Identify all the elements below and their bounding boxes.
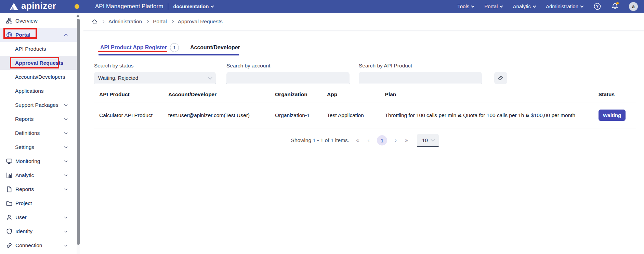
chevron-down-icon [211,4,214,8]
breadcrumb-item-portal[interactable]: Portal [153,18,167,25]
sidebar-item-label: Analytic [15,172,34,178]
tab-account-developer[interactable]: Account/Developer [190,45,240,51]
sidebar-item-monitoring[interactable]: Monitoring [0,154,77,168]
sidebar-item-approval-requests[interactable]: Approval Requests [0,56,77,70]
sidebar-item-reports-portal[interactable]: Reports [0,112,77,126]
svg-text:?: ? [596,4,598,9]
next-page-button[interactable]: › [393,137,398,144]
filter-row: Search by status Waiting, Rejected Searc… [94,63,636,84]
title-divider [168,3,168,10]
folder-icon [6,200,12,206]
breadcrumb-item-approval-requests[interactable]: Approval Requests [178,18,223,25]
notifications-bell-icon[interactable] [611,3,619,10]
sidebar-item-label: API Products [15,46,46,52]
top-navbar: apinizer API Management Platform documen… [0,0,644,13]
sidebar-toggle-dot[interactable] [75,4,79,9]
sidebar-item-api-products[interactable]: API Products [0,42,77,56]
tab-label: API Product App Register [100,45,167,51]
product-title: API Management Platform [95,3,163,10]
logo[interactable]: apinizer [0,1,74,11]
scrollbar-thumb[interactable] [77,19,80,245]
user-avatar[interactable]: a [629,2,638,11]
menu-analytic[interactable]: Analytic [513,3,536,9]
chevron-down-icon [533,4,536,8]
sidebar-item-support-packages[interactable]: Support Packages [0,98,77,112]
page-number-button[interactable]: 1 [377,135,387,145]
apinizer-logo-icon [10,3,18,10]
api-product-filter-label: Search by API Product [359,63,482,69]
column-header-account-developer: Account/Developer [168,87,275,102]
sidebar-item-label: Applications [15,88,44,94]
tab-count-badge: 1 [170,43,179,52]
breadcrumb-item-administration[interactable]: Administration [108,18,142,25]
menu-tools[interactable]: Tools [457,3,474,9]
status-badge: Waiting [599,110,626,121]
status-filter-select[interactable]: Waiting, Rejected [94,72,216,84]
table-row[interactable]: Calculator API Product test.user@apinize… [94,102,636,128]
column-header-status: Status [599,87,636,102]
chevron-down-icon [64,173,68,176]
pagination: Showing 1 - 1 of 1 items. « ‹ 1 › » 10 [94,134,636,147]
sidebar-item-accounts-developers[interactable]: Accounts/Developers [0,70,77,84]
breadcrumb-separator-icon [146,20,149,23]
scroll-up-arrow[interactable] [77,14,79,17]
chevron-down-icon [64,131,68,134]
bar-chart-icon [6,172,12,178]
sidebar-item-applications[interactable]: Applications [0,84,77,98]
chevron-down-icon [64,243,68,246]
approval-requests-table: API Product Account/Developer Organizati… [94,87,636,128]
previous-page-button[interactable]: ‹ [366,137,371,144]
breadcrumb: Administration Portal Approval Requests [83,13,644,31]
sidebar-item-connection[interactable]: Connection [0,238,77,252]
menu-portal[interactable]: Portal [484,3,502,9]
page-content: API Product App Register 1 Account/Devel… [83,31,644,254]
first-page-button[interactable]: « [355,137,360,144]
monitor-icon [6,158,12,164]
chevron-down-icon [64,187,68,190]
column-header-plan: Plan [385,87,599,102]
sidebar-item-portal[interactable]: Portal [0,28,77,42]
clear-filters-button[interactable] [494,72,507,84]
sidebar-item-analytic[interactable]: Analytic [0,168,77,182]
sidebar-item-project[interactable]: Project [0,196,77,210]
breadcrumb-separator-icon [171,20,173,23]
chevron-down-icon [64,145,68,148]
api-product-filter-input[interactable] [359,72,482,84]
page-size-value: 10 [422,137,428,143]
account-filter-label: Search by account [226,63,350,69]
home-icon[interactable] [92,19,97,25]
status-filter-value: Waiting, Rejected [98,75,138,81]
sidebar-item-reports[interactable]: Reports [0,182,77,196]
cell-app: Test Application [327,102,385,128]
environment-dropdown[interactable]: documentation [173,4,213,9]
logo-text: apinizer [21,1,56,11]
cell-plan: Throttling for 100 calls per min & Quota… [385,102,599,128]
account-filter-input[interactable] [226,72,350,84]
tab-label: Account/Developer [190,45,240,51]
sidebar-item-settings[interactable]: Settings [0,140,77,154]
chevron-down-icon [64,103,68,106]
sidebar-item-user[interactable]: User [0,210,77,224]
eraser-icon [498,75,504,81]
environment-label: documentation [173,4,209,9]
sidebar-item-label: Project [15,200,32,206]
sidebar-item-label: Reports [15,186,34,192]
tab-bar: API Product App Register 1 Account/Devel… [94,40,636,55]
help-icon[interactable]: ? [593,3,601,10]
chevron-down-icon [471,4,475,8]
page-size-select[interactable]: 10 [417,134,439,147]
sidebar-item-label: User [15,214,27,220]
chevron-down-icon [500,4,503,8]
sidebar-item-definitions[interactable]: Definitions [0,126,77,140]
chevron-down-icon [64,159,68,162]
menu-administration[interactable]: Administration [546,3,583,9]
chevron-down-icon [64,117,68,120]
sidebar-item-overview[interactable]: Overview [0,14,77,28]
column-header-app: App [327,87,385,102]
sidebar-item-label: Monitoring [15,158,40,164]
status-filter-label: Search by status [94,63,216,69]
tab-ink-bar [98,54,239,55]
sidebar-item-identity[interactable]: Identity [0,224,77,238]
last-page-button[interactable]: » [404,137,409,144]
sitemap-icon [6,18,12,24]
